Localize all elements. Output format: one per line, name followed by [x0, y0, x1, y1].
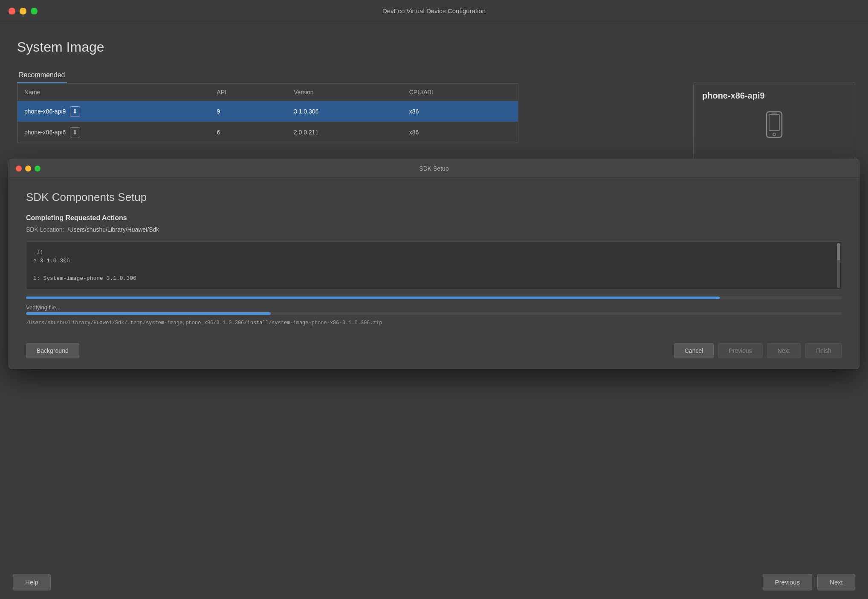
progress-section-1	[26, 297, 842, 299]
log-line-1: e 3.1.0.306	[33, 257, 835, 266]
cell-version-1: 2.0.0.211	[287, 122, 402, 142]
progress-bar-2-bg	[26, 312, 842, 315]
tab-container: Recommended	[17, 68, 855, 83]
tab-recommended[interactable]: Recommended	[17, 68, 67, 83]
cancel-button[interactable]: Cancel	[674, 343, 714, 358]
progress-bar-1-fill	[26, 297, 720, 299]
modal-footer: Background Cancel Previous Next Finish	[9, 336, 859, 369]
modal-nav-right: Cancel Previous Next Finish	[674, 343, 842, 358]
progress-label: Verifying file...	[26, 304, 842, 311]
maximize-button[interactable]	[31, 8, 38, 15]
window-controls	[9, 8, 38, 15]
log-line-3: l: System-image-phone 3.1.0.306	[33, 274, 835, 283]
bottom-navigation: Help Previous Next	[0, 574, 868, 590]
col-api: API	[210, 84, 287, 101]
modal-next-button[interactable]: Next	[767, 343, 801, 358]
modal-previous-button[interactable]: Previous	[718, 343, 762, 358]
progress-bar-2-fill	[26, 312, 271, 315]
device-icon	[757, 108, 791, 142]
modal-window-controls	[16, 166, 41, 172]
nav-right-buttons: Previous Next	[763, 574, 855, 590]
finish-button[interactable]: Finish	[805, 343, 842, 358]
cell-api-1: 6	[210, 122, 287, 142]
log-scrollbar[interactable]	[837, 243, 840, 288]
sdk-location-path: /Users/shushu/Library/Huawei/Sdk	[68, 226, 159, 233]
previous-button[interactable]: Previous	[763, 574, 812, 590]
detail-title: phone-x86-api9	[702, 91, 846, 101]
main-window: System Image Recommended Name API Versio…	[0, 22, 868, 599]
progress-section-2	[26, 312, 842, 315]
download-icon-0[interactable]: ⬇	[70, 106, 80, 116]
cell-version-0: 3.1.0.306	[287, 101, 402, 122]
modal-close-button[interactable]	[16, 166, 22, 172]
table-row[interactable]: phone-x86-api6 ⬇ 6 2.0.0.211 x86	[17, 122, 518, 143]
sdk-location-label: SDK Location:	[26, 226, 64, 233]
detail-panel: phone-x86-api9	[693, 82, 855, 167]
cell-name-1: phone-x86-api6 ⬇	[17, 122, 210, 142]
cell-cpu-1: x86	[402, 122, 518, 142]
cell-name-0: phone-x86-api9 ⬇	[17, 101, 210, 122]
modal-title-bar: SDK Setup	[9, 159, 859, 178]
svg-point-2	[773, 133, 775, 136]
title-bar: DevEco Virtual Device Configuration	[0, 0, 868, 22]
sdk-location-row: SDK Location: /Users/shushu/Library/Huaw…	[26, 226, 842, 233]
progress-bar-1-bg	[26, 297, 842, 299]
modal-heading: SDK Components Setup	[26, 191, 842, 204]
log-line-2	[33, 266, 835, 275]
minimize-button[interactable]	[20, 8, 26, 15]
download-icon-1[interactable]: ⬇	[70, 127, 80, 137]
cell-cpu-0: x86	[402, 101, 518, 122]
close-button[interactable]	[9, 8, 15, 15]
help-button[interactable]: Help	[13, 574, 51, 590]
svg-rect-1	[769, 114, 779, 131]
col-name: Name	[17, 84, 210, 101]
system-image-table: Name API Version CPU/ABI phone-x86-api9 …	[17, 83, 518, 143]
col-version: Version	[287, 84, 402, 101]
modal-title: SDK Setup	[419, 165, 448, 172]
log-area: .l: e 3.1.0.306 l: System-image-phone 3.…	[26, 241, 842, 290]
log-line-0: .l:	[33, 248, 835, 257]
file-path: /Users/shushu/Library/Huawei/Sdk/.temp/s…	[26, 320, 842, 326]
col-cpu: CPU/ABI	[402, 84, 518, 101]
modal-maximize-button[interactable]	[35, 166, 41, 172]
modal-minimize-button[interactable]	[25, 166, 31, 172]
background-button[interactable]: Background	[26, 343, 79, 358]
svg-rect-3	[772, 113, 777, 113]
table-row[interactable]: phone-x86-api9 ⬇ 9 3.1.0.306 x86	[17, 101, 518, 122]
page-title: System Image	[17, 39, 855, 55]
window-title: DevEco Virtual Device Configuration	[382, 7, 486, 15]
scrollbar-thumb	[837, 243, 840, 260]
device-illustration	[702, 108, 846, 142]
modal-body: SDK Components Setup Completing Requeste…	[9, 178, 859, 336]
section-title: Completing Requested Actions	[26, 214, 842, 222]
next-button[interactable]: Next	[817, 574, 855, 590]
sdk-setup-modal: SDK Setup SDK Components Setup Completin…	[9, 159, 859, 369]
table-header: Name API Version CPU/ABI	[17, 84, 518, 101]
cell-api-0: 9	[210, 101, 287, 122]
